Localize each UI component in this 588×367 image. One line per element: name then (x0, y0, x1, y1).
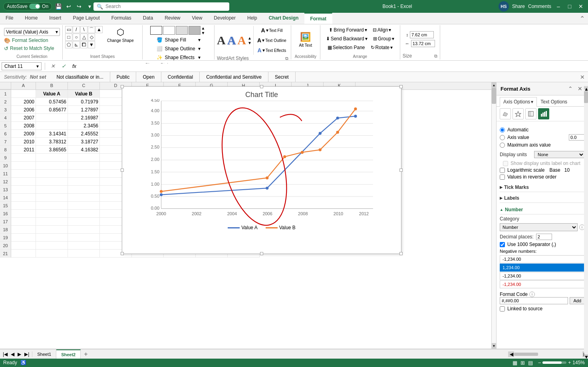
cell-a11[interactable] (11, 170, 36, 178)
cell-b21[interactable] (36, 250, 68, 258)
insert-function-button[interactable]: fx (70, 63, 79, 69)
effects-icon-button[interactable] (513, 108, 524, 119)
automatic-radio-input[interactable] (500, 127, 505, 133)
format-code-input[interactable] (500, 297, 568, 304)
style-sample[interactable] (150, 26, 162, 35)
cell-b5[interactable] (36, 122, 68, 130)
resize-handle-bottom[interactable] (260, 252, 263, 255)
cell-a21[interactable] (11, 250, 36, 258)
cell-c14[interactable] (68, 194, 100, 202)
row-num-2[interactable]: 2 (0, 98, 11, 106)
tab-page-layout[interactable]: Page Layout (67, 13, 105, 24)
sheet-nav-prev[interactable]: ◀ (10, 351, 16, 357)
size-properties-icon-button[interactable] (525, 108, 536, 119)
tab-chart-design[interactable]: Chart Design (263, 13, 305, 24)
resize-handle-topleft[interactable] (121, 85, 124, 88)
cell-b17[interactable] (36, 218, 68, 226)
col-header-c[interactable]: C (68, 82, 100, 89)
autosave-badge[interactable]: AutoSave On (3, 2, 52, 10)
save-button[interactable]: 💾 (54, 2, 62, 10)
horizontal-scrollbar[interactable]: ◀ ▶ (508, 351, 588, 357)
sensitivity-secret[interactable]: Secret (268, 72, 296, 82)
cell-a12[interactable] (11, 178, 36, 186)
page-layout-view-button[interactable]: ⊞ (520, 359, 526, 367)
row-num-15[interactable]: 15 (0, 202, 11, 210)
sensitivity-close-button[interactable]: ✕ (577, 74, 588, 80)
cell-b4[interactable] (36, 114, 68, 122)
tab-help[interactable]: Help (242, 13, 263, 24)
format-selection-button[interactable]: 🎨 Format Selection (4, 37, 48, 44)
style-sample[interactable] (176, 26, 188, 35)
resize-handle-top[interactable] (260, 85, 263, 88)
cell-c10[interactable] (68, 162, 100, 170)
values-reverse-checkbox[interactable] (500, 175, 505, 180)
cell-a1[interactable] (11, 90, 36, 98)
cell-c5[interactable]: 2.3456 (68, 122, 100, 130)
formula-input[interactable] (80, 63, 586, 69)
cell-c4[interactable]: 2.16987 (68, 114, 100, 122)
wordart-scroll-up[interactable]: ▲ (248, 36, 252, 40)
row-num-19[interactable]: 19 (0, 234, 11, 242)
cell-c13[interactable] (68, 186, 100, 194)
cell-c9[interactable] (68, 154, 100, 162)
axis-value-radio[interactable]: Axis value (500, 134, 585, 141)
row-num-17[interactable]: 17 (0, 218, 11, 226)
size-expand-icon[interactable]: ⧉ (434, 54, 437, 59)
cell-c12[interactable] (68, 178, 100, 186)
bring-forward-button[interactable]: ⬆ Bring Forward ▾ (327, 26, 369, 34)
sheet-tab-sheet2[interactable]: Sheet2 (56, 349, 81, 359)
resize-handle-bottomright[interactable] (399, 252, 403, 255)
row-num-8[interactable]: 8 (0, 146, 11, 154)
col-header-a[interactable]: A (11, 82, 36, 89)
automatic-radio[interactable]: Automatic (500, 127, 585, 133)
row-num-4[interactable]: 4 (0, 114, 11, 122)
cell-b9[interactable] (36, 154, 68, 162)
separator-checkbox[interactable] (500, 242, 505, 247)
cell-c20[interactable] (68, 242, 100, 250)
cell-a3[interactable]: 2006 (11, 106, 36, 114)
tab-format[interactable]: Format (304, 13, 332, 24)
cell-a18[interactable] (11, 226, 36, 234)
number-section-header[interactable]: Number (500, 205, 585, 214)
zoom-out-button[interactable]: – (538, 360, 541, 365)
current-selection-dropdown[interactable]: Vertical (Value) Axis ▾ (4, 28, 60, 36)
shape-outline-button[interactable]: ⬜ Shape Outline ▾ (155, 45, 203, 53)
vertical-scrollbar[interactable]: ▲ ▼ (491, 82, 496, 349)
shape-item[interactable]: ○ (73, 34, 80, 41)
cell-a8[interactable]: 2011 (11, 146, 36, 154)
cell-c19[interactable] (68, 234, 100, 242)
style-sample[interactable] (189, 26, 201, 35)
format-code-info-icon[interactable]: i (529, 292, 535, 297)
selection-pane-button[interactable]: ▦ Selection Pane (326, 44, 367, 52)
comments-button[interactable]: Comments (528, 4, 551, 9)
show-display-units-checkbox[interactable] (503, 161, 508, 166)
sheet-nav-first[interactable]: |◀ (2, 351, 9, 357)
panel-collapse-button[interactable]: ⌃ (566, 85, 574, 93)
text-effects-button[interactable]: A ▾ Text Effects (255, 46, 288, 55)
row-num-20[interactable]: 20 (0, 242, 11, 250)
send-backward-button[interactable]: ⬇ Send Backward ▾ (324, 35, 369, 43)
row-num-14[interactable]: 14 (0, 194, 11, 202)
name-box[interactable]: Chart 11 ▾ (2, 62, 42, 70)
panel-scrollbar[interactable]: ▲ ▼ (584, 85, 588, 349)
cell-c21[interactable] (68, 250, 100, 258)
neg-option-2[interactable]: 1,234.00 (500, 264, 585, 272)
shape-item[interactable]: ▭ (65, 26, 72, 33)
wordart-a1[interactable]: A (217, 34, 226, 47)
row-num-3[interactable]: 3 (0, 106, 11, 114)
axis-options-tab-dropdown[interactable]: Axis Options ▾ (503, 99, 533, 105)
text-outline-button[interactable]: A ▾ Text Outline (255, 36, 288, 45)
cell-b15[interactable] (36, 202, 68, 210)
styles-scroll-down[interactable]: ▼ (201, 31, 207, 35)
wordart-a3[interactable]: A (237, 34, 246, 47)
cell-a5[interactable]: 2008 (11, 122, 36, 130)
cell-b7[interactable]: 3.78312 (36, 138, 68, 146)
maximum-axis-radio-input[interactable] (500, 143, 505, 148)
undo-button[interactable]: ↩ (65, 2, 73, 10)
cell-b1[interactable]: Value A (36, 90, 68, 98)
cell-c2[interactable]: 0.71979 (68, 98, 100, 106)
cell-b18[interactable] (36, 226, 68, 234)
sheet-nav-next[interactable]: ▶ (16, 351, 22, 357)
row-num-1[interactable]: 1 (0, 90, 11, 98)
cell-a13[interactable] (11, 186, 36, 194)
